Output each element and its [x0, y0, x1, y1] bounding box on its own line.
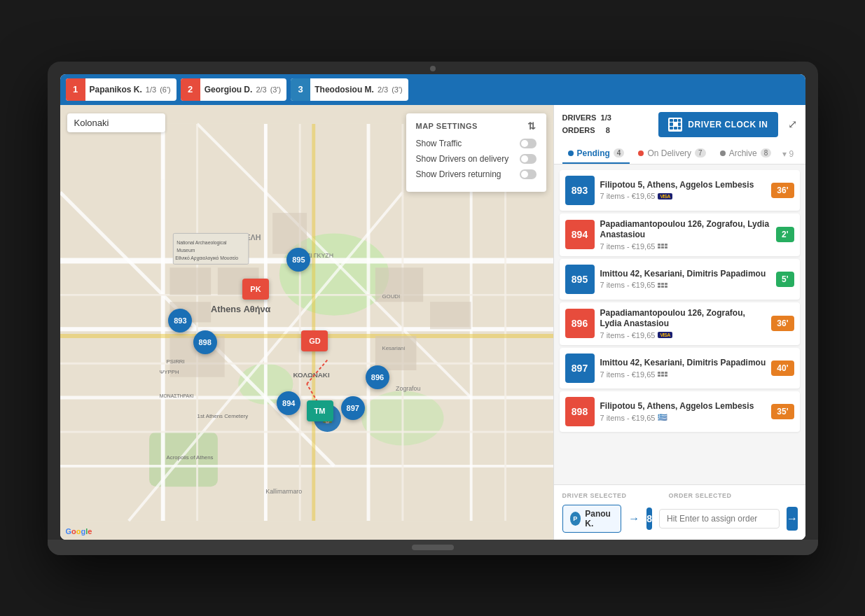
- order-id-894: 894: [565, 220, 595, 249]
- main-area: ΝΕΑ ΚΥΨΕΛΗ Athens Αθήνα GIZI ΓΚΥΖΗ GOUDI…: [60, 105, 805, 540]
- order-address-894: Papadiamantopoulou 126, Zografou, Lydia …: [600, 219, 770, 241]
- map-area: ΝΕΑ ΚΥΨΕΛΗ Athens Αθήνα GIZI ΓΚΥΖΗ GOUDI…: [60, 105, 553, 540]
- order-card-897[interactable]: 897 Imittou 42, Kesariani, Dimitris Papa…: [560, 348, 800, 388]
- clock-in-button[interactable]: DRIVER CLOCK IN: [658, 112, 777, 137]
- order-details-893: 7 items - €19,65 VISA: [600, 192, 766, 200]
- order-id-896: 896: [565, 309, 595, 338]
- laptop-base: [48, 540, 818, 555]
- drivers-value: 1/3: [601, 113, 611, 122]
- svg-text:ΚΟΛΩΝΑΚΙ: ΚΟΛΩΝΑΚΙ: [293, 370, 329, 378]
- map-marker-898[interactable]: 898: [193, 330, 217, 354]
- driver-badge-1: 1: [66, 78, 85, 101]
- order-info-895: Imittou 42, Kesariani, Dimitris Papadimo…: [600, 269, 770, 290]
- map-search: Kolonaki: [67, 113, 165, 132]
- svg-text:Kesariani: Kesariani: [382, 344, 405, 351]
- order-card-895[interactable]: 895 Imittou 42, Kesariani, Dimitris Papa…: [560, 259, 800, 300]
- bottom-labels: DRIVER SELECTED ORDER SELECTED: [562, 492, 797, 499]
- tab-pending[interactable]: Pending 4: [562, 144, 630, 164]
- map-marker-gd[interactable]: GD: [301, 330, 328, 351]
- map-setting-drivers-returning[interactable]: Show Drivers returning: [416, 169, 537, 179]
- driver-tab-1[interactable]: 1 Papanikos K. 1/3 (6'): [66, 78, 177, 101]
- tab-archive-dot: [720, 150, 726, 156]
- driver-badge-3: 3: [291, 78, 310, 101]
- tab-delivery-count: 7: [695, 148, 706, 158]
- driver-extra-3: (3'): [392, 85, 403, 94]
- map-toggle-traffic[interactable]: [520, 139, 537, 148]
- driver-name-1: Papanikos K.: [90, 85, 142, 94]
- order-address-897: Imittou 42, Kesariani, Dimitris Papadimo…: [600, 358, 766, 369]
- map-setting-delivery-label: Show Drivers on delivery: [416, 154, 509, 164]
- order-address-896: Papadiamantopoulou 126, Zografou, Lydia …: [600, 308, 766, 330]
- bottom-row: P Panou K. → 8 →: [562, 505, 797, 533]
- svg-text:Kallimarmaro: Kallimarmaro: [265, 487, 302, 494]
- svg-text:1st Athens Cemetery: 1st Athens Cemetery: [197, 413, 248, 419]
- order-card-896[interactable]: 896 Papadiamantopoulou 126, Zografou, Ly…: [560, 302, 800, 345]
- map-setting-drivers-delivery[interactable]: Show Drivers on delivery: [416, 154, 537, 164]
- svg-text:Acropolis of Athens: Acropolis of Athens: [166, 454, 213, 461]
- driver-bar: 1 Papanikos K. 1/3 (6') 2 Georgiou D. 2/…: [60, 74, 805, 105]
- google-logo: Google: [66, 527, 92, 536]
- qr-icon: [668, 118, 682, 132]
- driver-avatar: P: [570, 512, 581, 526]
- map-marker-pk[interactable]: PK: [242, 279, 269, 300]
- svg-rect-30: [430, 302, 471, 329]
- camera-dot: [430, 66, 436, 71]
- assign-order-input[interactable]: [659, 509, 780, 528]
- laptop-screen: 1 Papanikos K. 1/3 (6') 2 Georgiou D. 2/…: [60, 74, 805, 540]
- right-panel: DRIVERS 1/3 ORDERS 8: [553, 105, 805, 540]
- order-card-898[interactable]: 898 Filipotou 5, Athens, Aggelos Lembesi…: [560, 391, 800, 432]
- tab-bar: Pending 4 On Delivery 7 Archive: [562, 144, 797, 164]
- assign-order-button[interactable]: →: [787, 507, 798, 531]
- driver-extra-2: (3'): [270, 85, 282, 94]
- map-marker-tm[interactable]: TM: [307, 400, 333, 421]
- app-container: 1 Papanikos K. 1/3 (6') 2 Georgiou D. 2/…: [60, 74, 805, 540]
- tab-pending-label: Pending: [577, 148, 610, 158]
- expand-icon[interactable]: ⤢: [788, 118, 797, 131]
- map-toggle-delivery[interactable]: [520, 154, 537, 164]
- svg-text:GOUDI: GOUDI: [382, 293, 400, 300]
- tab-delivery-label: On Delivery: [647, 148, 691, 158]
- driver-orders-1: 1/3: [146, 85, 156, 94]
- map-setting-traffic-label: Show Traffic: [416, 139, 462, 148]
- order-time-897: 40': [771, 360, 794, 376]
- order-info-894: Papadiamantopoulou 126, Zografou, Lydia …: [600, 219, 770, 251]
- payment-grid-895: [658, 283, 667, 288]
- map-settings-title: MAP SETTINGS ⇅: [416, 120, 537, 132]
- svg-rect-28: [272, 213, 307, 254]
- order-id-898: 898: [565, 397, 595, 426]
- order-time-896: 36': [771, 316, 794, 331]
- svg-rect-31: [375, 336, 416, 370]
- order-details-898: 7 items - €19,65 🇬🇷: [600, 413, 766, 422]
- driver-tab-3[interactable]: 3 Theodosiou M. 2/3 (3'): [291, 78, 408, 101]
- tab-more[interactable]: ▾ 9: [782, 149, 794, 159]
- map-marker-897[interactable]: 897: [341, 396, 365, 420]
- tab-archive-label: Archive: [729, 148, 757, 158]
- driver-selected-display[interactable]: P Panou K.: [562, 505, 622, 533]
- orders-label: ORDERS: [562, 126, 595, 134]
- tab-archive[interactable]: Archive 8: [714, 144, 777, 164]
- svg-text:PSIRRI: PSIRRI: [166, 358, 184, 365]
- map-setting-traffic[interactable]: Show Traffic: [416, 139, 537, 148]
- map-toggle-returning[interactable]: [520, 169, 537, 179]
- order-card-893[interactable]: 893 Filipotou 5, Athens, Aggelos Lembesi…: [560, 170, 800, 211]
- order-info-893: Filipotou 5, Athens, Aggelos Lembesis 7 …: [600, 180, 766, 201]
- panel-top-row: DRIVERS 1/3 ORDERS 8: [562, 112, 797, 137]
- driver-extra-1: (6'): [160, 85, 171, 94]
- payment-grid-897: [658, 372, 667, 377]
- map-marker-896[interactable]: 896: [366, 365, 389, 389]
- order-card-894[interactable]: 894 Papadiamantopoulou 126, Zografou, Ly…: [560, 214, 800, 256]
- payment-visa-893: VISA: [658, 193, 672, 200]
- order-list: 893 Filipotou 5, Athens, Aggelos Lembesi…: [554, 164, 805, 484]
- payment-grid-894: [658, 244, 667, 248]
- tab-on-delivery[interactable]: On Delivery 7: [632, 144, 711, 164]
- assign-arrow-icon: →: [628, 512, 639, 525]
- svg-text:National Archaeological: National Archaeological: [177, 240, 227, 246]
- driver-badge-2: 2: [181, 78, 200, 101]
- driver-selected-name: Panou K.: [585, 509, 614, 528]
- order-time-893: 36': [771, 183, 794, 198]
- driver-tab-2[interactable]: 2 Georgiou D. 2/3 (3'): [181, 78, 287, 101]
- laptop-frame: 1 Papanikos K. 1/3 (6') 2 Georgiou D. 2/…: [48, 62, 818, 555]
- bottom-panel: DRIVER SELECTED ORDER SELECTED P Panou K…: [554, 484, 805, 540]
- order-info-896: Papadiamantopoulou 126, Zografou, Lydia …: [600, 308, 766, 340]
- tab-pending-dot: [568, 150, 574, 156]
